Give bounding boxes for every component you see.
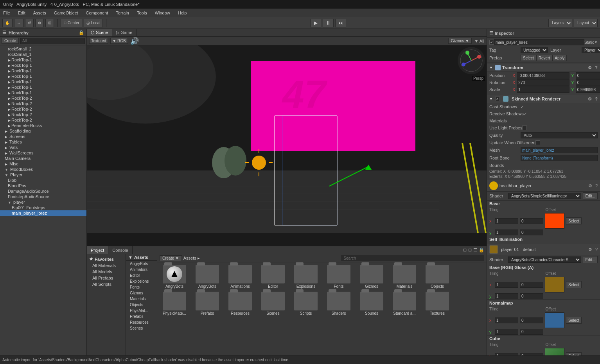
norm-offset-y[interactable] bbox=[520, 329, 543, 335]
skinned-mesh-settings[interactable]: ⚙ bbox=[588, 97, 592, 102]
prefab-apply-btn[interactable]: Apply bbox=[552, 55, 567, 61]
menu-gameobject[interactable]: GameObject bbox=[52, 10, 80, 16]
sidebar-item-materials[interactable]: Materials bbox=[126, 296, 157, 302]
tool-rotate[interactable]: ↺ bbox=[25, 19, 34, 27]
norm-tiling-x[interactable] bbox=[495, 317, 518, 323]
rot-x-field[interactable] bbox=[517, 79, 569, 86]
transform-title[interactable]: ▼ Transform ⚙ ? bbox=[487, 64, 600, 72]
hierarchy-item[interactable]: ▶RockTop-1 bbox=[0, 57, 86, 63]
menu-assets[interactable]: Assets bbox=[32, 10, 48, 16]
menu-edit[interactable]: Edit bbox=[16, 10, 27, 16]
hierarchy-item[interactable]: ▶ WallScreens bbox=[0, 150, 86, 156]
scene-audio-icon[interactable]: 🔊 bbox=[130, 37, 139, 45]
hierarchy-item[interactable]: Main Camera bbox=[0, 156, 86, 161]
hierarchy-item[interactable]: rockSmall_1 bbox=[0, 52, 86, 57]
tab-console[interactable]: Console bbox=[108, 246, 132, 254]
sidebar-item-angrybots[interactable]: AngryBots bbox=[126, 261, 157, 267]
folder-explosions[interactable]: Explosions bbox=[290, 264, 322, 289]
tag-dropdown[interactable]: Untagged bbox=[521, 47, 548, 53]
hierarchy-item[interactable]: ▶ Vats bbox=[0, 145, 86, 150]
pause-button[interactable]: ⏸ bbox=[323, 19, 334, 27]
viewport[interactable]: 47 bbox=[87, 45, 487, 246]
hierarchy-item[interactable]: ▶PerimeterRocks bbox=[0, 123, 86, 128]
bottom-tool2[interactable]: ⊞ bbox=[468, 247, 472, 253]
object-name-field[interactable] bbox=[494, 39, 584, 45]
base2-tiling-y[interactable] bbox=[495, 293, 518, 299]
tool-move[interactable]: ↔ bbox=[14, 19, 23, 27]
scale-y-field[interactable] bbox=[576, 86, 600, 93]
folder-angrybots[interactable]: AngryBots bbox=[192, 264, 223, 289]
assets-create-btn[interactable]: Create ▼ bbox=[160, 255, 182, 261]
tab-scene[interactable]: ⬡ Scene bbox=[87, 29, 112, 36]
folder-scenes[interactable]: Scenes bbox=[257, 291, 289, 316]
hierarchy-item[interactable]: Blob bbox=[0, 178, 86, 183]
hierarchy-item[interactable]: ▶ Misc bbox=[0, 161, 86, 167]
hierarchy-item[interactable]: ▶RockTop-1 bbox=[0, 74, 86, 79]
folder-materials[interactable]: Materials bbox=[389, 264, 420, 289]
scene-textured-btn[interactable]: Textured bbox=[89, 38, 108, 44]
shader1-dropdown[interactable]: AngryBots/SimpleSelfIlluminator bbox=[508, 193, 581, 199]
skinned-mesh-title[interactable]: ▼ Skinned Mesh Renderer ⚙ ? bbox=[487, 95, 600, 103]
folder-angrybots-unity[interactable]: AngryBots bbox=[159, 264, 190, 289]
skinned-mesh-help[interactable]: ? bbox=[595, 97, 598, 101]
tab-project[interactable]: Project bbox=[87, 246, 108, 254]
cube-offset-x[interactable] bbox=[520, 353, 543, 356]
norm-offset-x[interactable] bbox=[520, 317, 543, 323]
tool-rect[interactable]: ⊞ bbox=[45, 19, 54, 27]
shader2-edit-btn[interactable]: Edit... bbox=[583, 256, 598, 263]
material2-help[interactable]: ? bbox=[595, 247, 598, 252]
fav-all-materials[interactable]: All Materials bbox=[87, 262, 126, 269]
tool-scale[interactable]: ⊕ bbox=[35, 19, 44, 27]
base2-offset-y[interactable] bbox=[520, 293, 543, 299]
object-enabled-checkbox[interactable] bbox=[489, 40, 494, 45]
hierarchy-item[interactable]: ▶RockTop-2 bbox=[0, 112, 86, 117]
shader1-edit-btn[interactable]: Edit... bbox=[583, 192, 598, 199]
step-button[interactable]: ⏭ bbox=[335, 19, 346, 27]
base1-offset-x[interactable] bbox=[520, 218, 543, 224]
play-button[interactable]: ▶ bbox=[310, 19, 321, 27]
prefab-revert-btn[interactable]: Revert bbox=[536, 55, 552, 61]
sidebar-item-scenes[interactable]: Scenes bbox=[126, 325, 157, 331]
static-dropdown[interactable]: ▼ bbox=[594, 40, 598, 44]
folder-gizmos[interactable]: Gizmos bbox=[356, 264, 387, 289]
persp-label[interactable]: Persp bbox=[472, 76, 485, 81]
bottom-tool3[interactable]: ☰ bbox=[473, 247, 477, 253]
update-offscreen-checkbox[interactable] bbox=[535, 140, 540, 145]
pos-y-field[interactable] bbox=[576, 72, 600, 79]
cube-select-btn[interactable]: Select bbox=[566, 352, 582, 355]
rot-y-field[interactable] bbox=[576, 79, 600, 86]
skinned-mesh-enabled[interactable] bbox=[495, 97, 500, 101]
base1-offset-y[interactable] bbox=[520, 230, 543, 235]
folder-animations[interactable]: Animations bbox=[225, 264, 256, 289]
layout-dropdown[interactable]: Layout bbox=[574, 19, 598, 27]
transform-help-icon[interactable]: ? bbox=[595, 65, 598, 70]
hierarchy-lock-icon[interactable]: 🔒 bbox=[79, 30, 84, 35]
hierarchy-item[interactable]: ▶ Tables bbox=[0, 139, 86, 145]
root-bone-field[interactable] bbox=[521, 155, 598, 161]
scale-x-field[interactable] bbox=[517, 86, 569, 93]
sidebar-item-gizmos[interactable]: Gizmos bbox=[126, 290, 157, 296]
hierarchy-item[interactable]: FootstepAudioSource bbox=[0, 194, 86, 199]
folder-sounds[interactable]: Sounds bbox=[356, 291, 387, 316]
scene-rgb-btn[interactable]: ▼ RGB bbox=[110, 38, 128, 44]
fav-all-models[interactable]: All Models bbox=[87, 269, 126, 275]
base2-texture-swatch[interactable] bbox=[545, 277, 564, 292]
base1-tiling-x[interactable] bbox=[495, 218, 518, 224]
gizmos-btn[interactable]: Gizmos ▼ bbox=[448, 38, 472, 44]
hierarchy-item[interactable]: ▶RockTop-2 bbox=[0, 106, 86, 112]
hierarchy-item[interactable]: ▶RockTop-1 bbox=[0, 90, 86, 95]
menu-file[interactable]: File bbox=[2, 10, 12, 16]
hierarchy-item[interactable]: ▶RockTop-2 bbox=[0, 101, 86, 106]
hierarchy-item[interactable]: DamageAudioSource bbox=[0, 188, 86, 194]
fav-all-scripts[interactable]: All Scripts bbox=[87, 281, 126, 287]
folder-resources[interactable]: Resources bbox=[225, 291, 256, 316]
hierarchy-item-main-player-lorez[interactable]: main_player_lorez bbox=[0, 210, 86, 216]
transform-settings-icon[interactable]: ⚙ bbox=[588, 65, 592, 70]
hierarchy-item[interactable]: ▶RockTop-1 bbox=[0, 68, 86, 74]
hierarchy-create-btn[interactable]: Create bbox=[2, 38, 19, 44]
quality-dropdown[interactable]: Auto bbox=[521, 132, 598, 138]
hierarchy-item[interactable]: ▶RockTop-1 bbox=[0, 63, 86, 68]
menu-terrain[interactable]: Terrain bbox=[114, 10, 131, 16]
cube-swatch[interactable] bbox=[545, 348, 564, 355]
prefab-select-btn[interactable]: Select bbox=[521, 55, 536, 61]
